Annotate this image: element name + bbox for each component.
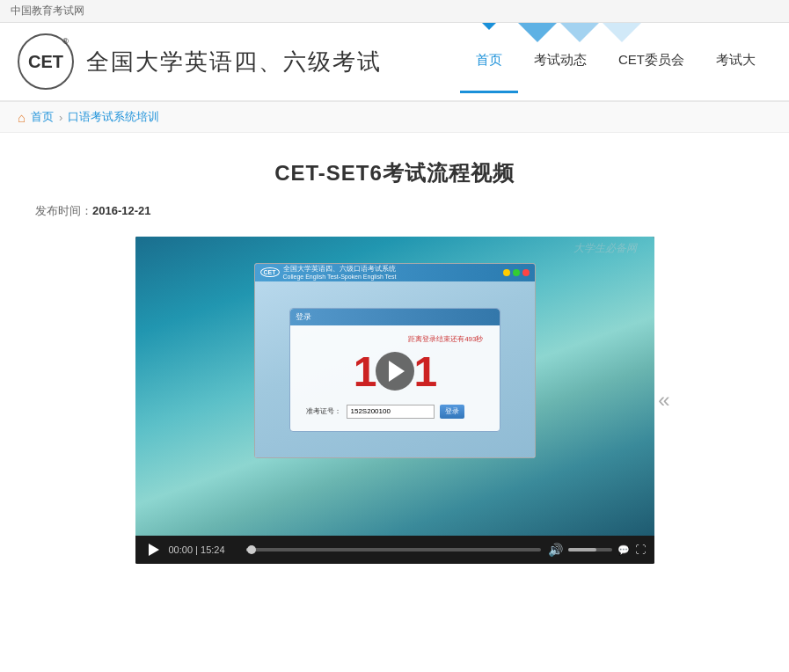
play-pause-button[interactable] xyxy=(144,541,162,559)
dialog-countdown: 距离登录结束还有493秒 xyxy=(306,334,484,344)
nav-item-cet-committee[interactable]: CET委员会 xyxy=(603,30,700,93)
breadcrumb-separator: › xyxy=(59,111,62,124)
dialog-input-row: 准考证号： 登录 xyxy=(306,405,484,419)
video-progress-bar[interactable] xyxy=(246,548,541,551)
video-content-area: CET 全国大学英语四、六级口语考试系统 College English Tes… xyxy=(135,237,654,536)
nav-item-exam-news[interactable]: 考试动态 xyxy=(518,30,603,93)
number-right: 1 xyxy=(414,347,436,396)
publish-prefix: 发布时间： xyxy=(35,204,92,217)
top-bar-label: 中国教育考试网 xyxy=(11,4,84,17)
dialog-titlebar: 登录 xyxy=(290,309,500,325)
nav-active-indicator xyxy=(482,23,496,30)
breadcrumb: ⌂ 首页 › 口语考试系统培训 xyxy=(0,102,789,133)
video-play-center-button[interactable] xyxy=(376,352,414,391)
volume-fill xyxy=(568,548,597,551)
screenshot-title: 全国大学英语四、六级口语考试系统 xyxy=(283,266,397,274)
site-title: 全国大学英语四、六级考试 xyxy=(86,47,382,77)
cet-logo-registered: ® xyxy=(62,37,69,46)
screenshot-logo: CET 全国大学英语四、六级口语考试系统 College English Tes… xyxy=(260,266,397,280)
video-controls: 00:00 | 15:24 🔊 💬 ⛶ xyxy=(135,536,654,564)
watermark: 大学生必备网 xyxy=(573,241,637,256)
site-header: CET ® 全国大学英语四、六级考试 首页 考试动态 CET委员会 考试大 xyxy=(0,23,789,102)
breadcrumb-home-link[interactable]: 首页 xyxy=(31,109,54,125)
dialog-number-display: 1 1 xyxy=(306,347,484,396)
video-screenshot: CET 全国大学英语四、六级口语考试系统 College English Tes… xyxy=(254,263,536,458)
wechat-share-icon[interactable]: 💬 xyxy=(617,544,630,556)
number-left: 1 xyxy=(354,347,376,396)
nav-item-exam-info[interactable]: 考试大 xyxy=(700,30,771,93)
cet-logo-text: CET xyxy=(28,52,63,72)
publish-date: 发布时间：2016-12-21 xyxy=(35,203,754,219)
play-triangle-icon xyxy=(389,361,405,382)
header-left: CET ® 全国大学英语四、六级考试 xyxy=(18,33,382,90)
breadcrumb-current-link[interactable]: 口语考试系统培训 xyxy=(68,109,159,125)
video-wrapper: CET 全国大学英语四、六级口语考试系统 College English Tes… xyxy=(135,237,654,564)
screenshot-dialog: 登录 距离登录结束还有493秒 1 1 准考证号： xyxy=(289,308,500,432)
volume-icon[interactable]: 🔊 xyxy=(548,543,563,557)
main-content: CET-SET6考试流程视频 发布时间：2016-12-21 CET 全国大学英… xyxy=(0,133,789,581)
right-arrow-button[interactable]: « xyxy=(658,388,669,413)
article-title: CET-SET6考试流程视频 xyxy=(35,159,754,187)
volume-bar[interactable] xyxy=(568,548,612,551)
nav-item-home[interactable]: 首页 xyxy=(460,30,518,93)
screenshot-titlebar: CET 全国大学英语四、六级口语考试系统 College English Tes… xyxy=(255,264,535,281)
screenshot-subtitle: College English Test-Spoken English Test xyxy=(283,274,397,281)
cet-logo: CET ® xyxy=(18,33,74,90)
controls-right-area: 🔊 💬 ⛶ xyxy=(548,543,646,557)
login-button[interactable]: 登录 xyxy=(440,405,464,419)
video-player[interactable]: CET 全国大学英语四、六级口语考试系统 College English Tes… xyxy=(135,237,654,564)
video-time-display: 00:00 | 15:24 xyxy=(169,544,239,555)
main-nav: 首页 考试动态 CET委员会 考试大 xyxy=(460,30,771,93)
play-icon xyxy=(149,544,159,556)
screenshot-body: 登录 距离登录结束还有493秒 1 1 准考证号： xyxy=(255,281,535,457)
fullscreen-icon[interactable]: ⛶ xyxy=(635,544,646,556)
top-bar: 中国教育考试网 xyxy=(0,0,789,23)
home-icon: ⌂ xyxy=(18,110,26,125)
progress-thumb xyxy=(247,545,256,554)
exam-id-input[interactable] xyxy=(347,405,435,419)
publish-date-value: 2016-12-21 xyxy=(92,204,151,217)
input-label: 准考证号： xyxy=(306,406,341,416)
